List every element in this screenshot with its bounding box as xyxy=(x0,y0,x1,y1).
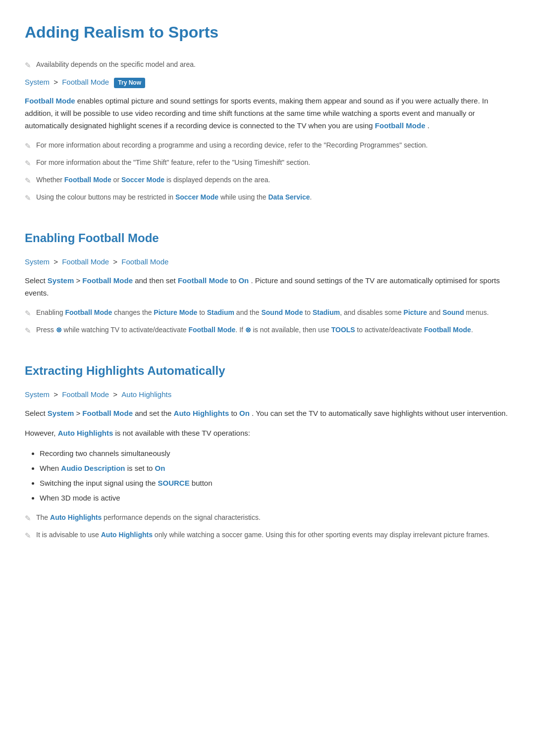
on-link-1[interactable]: On xyxy=(238,276,249,285)
section3-bullet-list: Recording two channels simultaneously Wh… xyxy=(25,448,510,504)
note-advisable: ✎ It is advisable to use Auto Highlights… xyxy=(25,529,510,542)
football-mode-link-5[interactable]: Football Mode xyxy=(178,276,228,285)
note-timeshift: ✎ For more information about the "Time S… xyxy=(25,157,510,169)
source-link[interactable]: SOURCE xyxy=(158,479,189,487)
pencil-icon-4: ✎ xyxy=(25,175,31,187)
note-colour-buttons: ✎ Using the colour buttons may be restri… xyxy=(25,192,510,204)
breadcrumb-system-2[interactable]: System xyxy=(25,257,50,266)
soccer-mode-link-2[interactable]: Soccer Mode xyxy=(175,193,218,201)
football-mode-link-3[interactable]: Football Mode xyxy=(64,176,111,184)
note-signal: ✎ The Auto Highlights performance depend… xyxy=(25,512,510,524)
picture-link[interactable]: Picture xyxy=(404,308,427,316)
sound-mode-link[interactable]: Sound Mode xyxy=(261,308,303,316)
note-football-soccer: ✎ Whether Football Mode or Soccer Mode i… xyxy=(25,174,510,187)
section2-body: Select System > Football Mode and then s… xyxy=(25,275,510,300)
section3-notes: ✎ The Auto Highlights performance depend… xyxy=(25,512,510,542)
breadcrumb-auto-highlights[interactable]: Auto Highlights xyxy=(121,390,171,399)
breadcrumb-football-mode[interactable]: Football Mode xyxy=(62,78,109,86)
pencil-icon-2: ✎ xyxy=(25,140,31,152)
auto-highlights-link-2[interactable]: Auto Highlights xyxy=(58,429,113,437)
section1-body: Football Mode enables optimal picture an… xyxy=(25,95,510,132)
availability-note: ✎ Availability depends on the specific m… xyxy=(25,59,510,71)
breadcrumb-football-mode-4[interactable]: Football Mode xyxy=(62,390,109,399)
list-item-3d: When 3D mode is active xyxy=(40,492,510,504)
on-link-3[interactable]: On xyxy=(155,464,165,472)
section2-notes: ✎ Enabling Football Mode changes the Pic… xyxy=(25,307,510,337)
tools-link[interactable]: TOOLS xyxy=(331,326,355,334)
note-press-icon: ✎ Press ⊗ while watching TV to activate/… xyxy=(25,324,510,337)
football-mode-link-8[interactable]: Football Mode xyxy=(424,326,471,334)
page-title: Adding Realism to Sports xyxy=(25,20,510,45)
breadcrumb-system[interactable]: System xyxy=(25,78,50,86)
system-link-1[interactable]: System xyxy=(48,276,74,285)
football-mode-link-1[interactable]: Football Mode xyxy=(25,97,75,105)
settings-icon-1: ⊗ xyxy=(56,326,62,334)
system-link-2[interactable]: System xyxy=(48,409,74,417)
football-mode-link-4[interactable]: Football Mode xyxy=(82,276,133,285)
stadium-link-2[interactable]: Stadium xyxy=(313,308,340,316)
section1-notes: ✎ For more information about recording a… xyxy=(25,140,510,204)
note-picture-mode: ✎ Enabling Football Mode changes the Pic… xyxy=(25,307,510,319)
list-item-source: Switching the input signal using the SOU… xyxy=(40,477,510,489)
sound-link[interactable]: Sound xyxy=(442,308,464,316)
pencil-icon-9: ✎ xyxy=(25,530,31,542)
picture-mode-link[interactable]: Picture Mode xyxy=(154,308,197,316)
section3-however: However, Auto Highlights is not availabl… xyxy=(25,427,510,440)
auto-highlights-link-3[interactable]: Auto Highlights xyxy=(50,513,102,521)
list-item-recording: Recording two channels simultaneously xyxy=(40,448,510,459)
breadcrumb-football-mode-3[interactable]: Football Mode xyxy=(121,257,168,266)
auto-highlights-link-1[interactable]: Auto Highlights xyxy=(174,409,229,417)
football-mode-link-2[interactable]: Football Mode xyxy=(375,121,426,130)
football-mode-link-6[interactable]: Football Mode xyxy=(65,308,112,316)
settings-icon-2: ⊗ xyxy=(245,326,251,334)
soccer-mode-link-1[interactable]: Soccer Mode xyxy=(121,176,164,184)
breadcrumb-football-mode-2[interactable]: Football Mode xyxy=(62,257,109,266)
try-now-badge[interactable]: Try Now xyxy=(114,78,145,88)
auto-highlights-link-4[interactable]: Auto Highlights xyxy=(101,531,153,539)
pencil-icon: ✎ xyxy=(25,59,31,71)
on-link-2[interactable]: On xyxy=(239,409,250,417)
pencil-icon-6: ✎ xyxy=(25,307,31,319)
football-mode-link-9[interactable]: Football Mode xyxy=(82,409,133,417)
note-recording: ✎ For more information about recording a… xyxy=(25,140,510,152)
football-mode-link-7[interactable]: Football Mode xyxy=(188,326,235,334)
pencil-icon-3: ✎ xyxy=(25,157,31,169)
section1-breadcrumb: System > Football Mode Try Now xyxy=(25,76,510,88)
list-item-audio-desc: When Audio Description is set to On xyxy=(40,462,510,474)
pencil-icon-5: ✎ xyxy=(25,192,31,204)
audio-description-link[interactable]: Audio Description xyxy=(61,464,125,472)
section2-breadcrumb: System > Football Mode > Football Mode xyxy=(25,256,510,268)
section2-title: Enabling Football Mode xyxy=(25,229,510,248)
section3-breadcrumb: System > Football Mode > Auto Highlights xyxy=(25,389,510,401)
section3-body: Select System > Football Mode and set th… xyxy=(25,407,510,420)
data-service-link[interactable]: Data Service xyxy=(268,193,310,201)
stadium-link-1[interactable]: Stadium xyxy=(207,308,234,316)
breadcrumb-system-3[interactable]: System xyxy=(25,390,50,399)
pencil-icon-7: ✎ xyxy=(25,325,31,337)
pencil-icon-8: ✎ xyxy=(25,512,31,524)
section3-title: Extracting Highlights Automatically xyxy=(25,361,510,380)
